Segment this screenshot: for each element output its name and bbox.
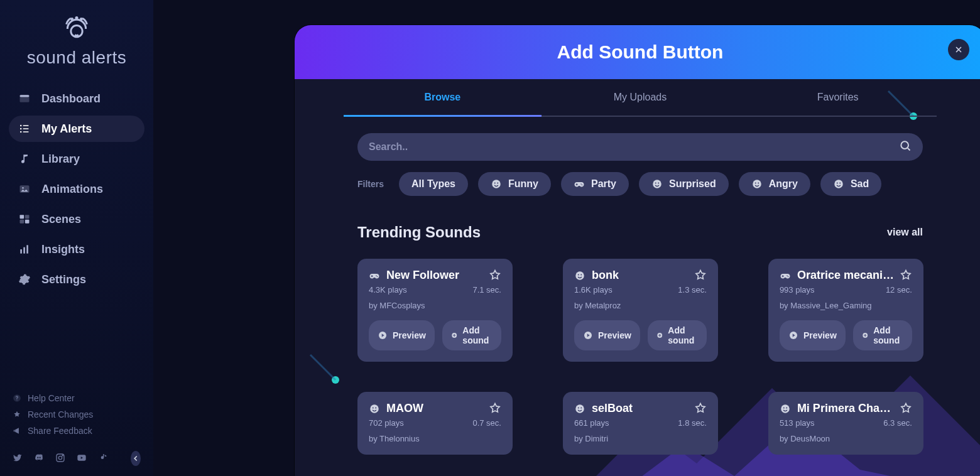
list-icon xyxy=(18,122,31,136)
share-feedback-link[interactable]: Share Feedback xyxy=(13,426,141,436)
svg-rect-57 xyxy=(781,276,783,276)
favorite-toggle[interactable] xyxy=(694,269,707,284)
sidebar-item-settings[interactable]: Settings xyxy=(9,266,144,293)
sidebar-item-my-alerts[interactable]: My Alerts xyxy=(9,116,144,142)
svg-point-65 xyxy=(575,404,584,413)
filter-chip-label: Angry xyxy=(769,178,798,190)
svg-point-69 xyxy=(783,407,785,408)
footer-link-label: Recent Changes xyxy=(28,409,93,419)
sidebar-item-dashboard[interactable]: Dashboard xyxy=(9,85,144,112)
svg-point-39 xyxy=(753,180,761,188)
duration: 0.7 sec. xyxy=(472,418,501,428)
footer-link-label: Share Feedback xyxy=(28,426,92,436)
face-icon xyxy=(751,178,763,190)
svg-point-29 xyxy=(492,180,501,188)
preview-label: Preview xyxy=(598,330,631,340)
help-center-link[interactable]: Help Center xyxy=(13,393,141,403)
filters-row: Filters All TypesFunnyPartySurprisedAngr… xyxy=(357,172,923,196)
tiktok-icon[interactable] xyxy=(98,453,108,465)
view-all-link[interactable]: view all xyxy=(887,227,923,238)
filter-chip-sad[interactable]: Sad xyxy=(820,172,881,196)
svg-point-52 xyxy=(578,274,579,275)
sound-title: bonk xyxy=(592,269,619,282)
add-sound-button[interactable]: Add sound xyxy=(442,320,501,350)
svg-rect-7 xyxy=(23,125,29,126)
view-all-label: view all xyxy=(887,227,923,237)
svg-point-40 xyxy=(754,183,756,184)
filter-chip-funny[interactable]: Funny xyxy=(478,172,551,196)
close-icon xyxy=(954,45,964,55)
favorite-toggle[interactable] xyxy=(900,269,912,284)
sound-card: Oratrice mecaniqu...993 plays12 sec.by M… xyxy=(768,259,923,362)
modal-scroll[interactable]: Browse My Uploads Favorites Fi xyxy=(295,79,980,476)
music-note-icon xyxy=(18,152,31,166)
svg-rect-9 xyxy=(23,128,29,129)
preview-button[interactable]: Preview xyxy=(574,320,640,350)
favorite-toggle[interactable] xyxy=(489,269,501,284)
search-field[interactable] xyxy=(357,133,923,161)
instagram-icon[interactable] xyxy=(55,453,65,465)
section-title: Trending Sounds xyxy=(357,224,481,241)
svg-point-30 xyxy=(494,183,496,184)
face-icon xyxy=(780,403,791,414)
svg-point-13 xyxy=(22,187,24,189)
sidebar-nav: Dashboard My Alerts Library Animations xyxy=(0,85,153,293)
preview-button[interactable]: Preview xyxy=(369,320,435,350)
svg-rect-46 xyxy=(371,276,373,276)
sound-author: by Massive_Lee_Gaming xyxy=(780,301,912,310)
svg-point-24 xyxy=(62,455,63,455)
modal-body: Browse My Uploads Favorites Fi xyxy=(295,79,980,476)
svg-point-63 xyxy=(373,407,374,408)
duration: 6.3 sec. xyxy=(883,418,912,428)
sidebar-item-library[interactable]: Library xyxy=(9,146,144,172)
svg-point-3 xyxy=(80,19,82,20)
add-sound-button[interactable]: Add sound xyxy=(648,320,707,350)
tab-browse[interactable]: Browse xyxy=(344,79,542,116)
svg-point-53 xyxy=(580,274,582,275)
sidebar-item-scenes[interactable]: Scenes xyxy=(9,206,144,232)
tab-my-uploads[interactable]: My Uploads xyxy=(542,79,739,116)
filter-chip-angry[interactable]: Angry xyxy=(739,172,810,196)
svg-rect-5 xyxy=(20,95,30,97)
recent-changes-link[interactable]: Recent Changes xyxy=(13,409,141,419)
filter-chip-all-types[interactable]: All Types xyxy=(399,172,468,196)
filter-chip-party[interactable]: Party xyxy=(561,172,629,196)
favorite-toggle[interactable] xyxy=(900,402,912,417)
discord-icon[interactable] xyxy=(34,453,44,465)
tab-label: Favorites xyxy=(817,92,859,103)
collapse-sidebar-button[interactable] xyxy=(131,451,141,466)
svg-point-23 xyxy=(58,456,62,459)
sidebar-item-animations[interactable]: Animations xyxy=(9,176,144,202)
add-sound-button[interactable]: Add sound xyxy=(853,320,912,350)
sound-title: New Follower xyxy=(386,269,459,282)
svg-point-8 xyxy=(20,128,22,130)
preview-button[interactable]: Preview xyxy=(780,320,846,350)
sound-card: selBoat661 plays1.8 sec.by Dimitri xyxy=(563,392,718,455)
svg-point-1 xyxy=(76,17,77,18)
twitter-icon[interactable] xyxy=(13,453,23,465)
svg-rect-14 xyxy=(20,215,24,219)
youtube-icon[interactable] xyxy=(77,453,87,465)
modal-tabs: Browse My Uploads Favorites xyxy=(344,79,937,117)
tab-favorites[interactable]: Favorites xyxy=(739,79,937,116)
controller-icon xyxy=(574,178,585,190)
sidebar-item-insights[interactable]: Insights xyxy=(9,236,144,262)
close-modal-button[interactable] xyxy=(948,39,969,60)
main-area: Add Sound Button Browse My Uploads Favor… xyxy=(153,0,980,476)
search-icon xyxy=(899,139,912,154)
favorite-toggle[interactable] xyxy=(489,402,501,417)
plays-count: 702 plays xyxy=(369,418,404,428)
face-icon xyxy=(574,403,585,414)
svg-point-47 xyxy=(376,275,377,276)
filter-chip-surprised[interactable]: Surprised xyxy=(639,172,729,196)
filter-chip-label: All Types xyxy=(411,178,455,190)
svg-point-44 xyxy=(839,183,841,184)
help-icon xyxy=(13,394,21,403)
sound-card: New Follower4.3K plays7.1 sec.by MFCospl… xyxy=(357,259,513,362)
image-icon xyxy=(18,182,31,196)
tab-label: My Uploads xyxy=(614,92,667,103)
svg-point-34 xyxy=(580,183,582,185)
favorite-toggle[interactable] xyxy=(694,402,707,417)
sidebar-item-label: Settings xyxy=(41,273,86,286)
search-input[interactable] xyxy=(369,141,899,153)
